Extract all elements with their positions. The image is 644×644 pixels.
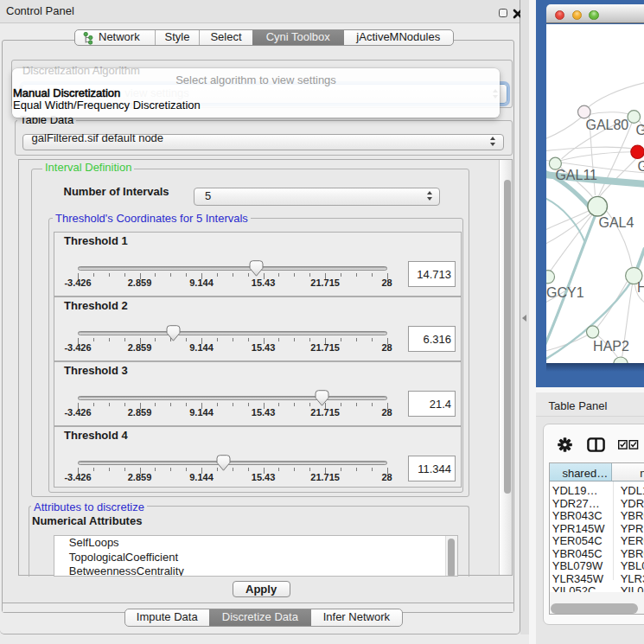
- svg-text:G: G: [637, 159, 644, 174]
- svg-text:GAL80: GAL80: [585, 118, 628, 132]
- svg-text:HAP2: HAP2: [593, 339, 629, 354]
- svg-text:GAL11: GAL11: [555, 168, 597, 182]
- svg-text:H: H: [637, 280, 644, 295]
- svg-text:GA: GA: [635, 123, 644, 137]
- svg-text:GCY1: GCY1: [546, 286, 584, 301]
- svg-text:GAL4: GAL4: [598, 215, 634, 230]
